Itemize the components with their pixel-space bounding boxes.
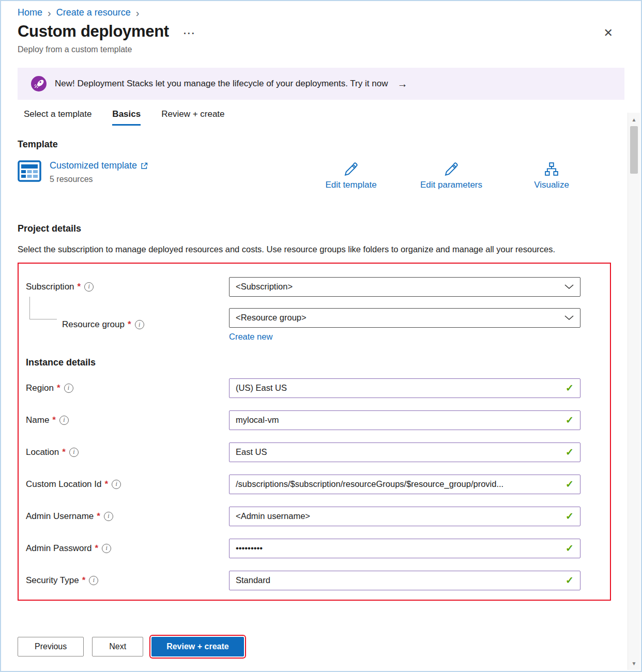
region-value: (US) East US (236, 383, 287, 393)
location-row: Location * i East US ✓ (26, 442, 603, 462)
tree-connector-line (29, 297, 57, 319)
previous-button[interactable]: Previous (18, 637, 84, 656)
edit-template-button[interactable]: Edit template (312, 161, 390, 190)
chevron-down-icon (564, 315, 574, 320)
close-icon[interactable]: ✕ (602, 25, 615, 41)
admin-username-input[interactable]: <Admin username> ✓ (229, 507, 580, 526)
subscription-label: Subscription (26, 282, 74, 292)
edit-template-label: Edit template (325, 180, 376, 190)
template-row: Customized template 5 resources (18, 160, 624, 193)
pencil-icon (444, 161, 459, 177)
instance-details-heading: Instance details (26, 357, 603, 368)
admin-password-row: Admin Password * i ••••••••• ✓ (26, 539, 603, 558)
org-chart-icon (544, 161, 559, 177)
project-details-description: Select the subscription to manage deploy… (18, 242, 565, 256)
breadcrumb-separator-icon: › (136, 7, 140, 18)
info-icon[interactable]: i (59, 416, 69, 425)
vertical-scrollbar[interactable]: ▲ ▼ (628, 113, 640, 670)
breadcrumb-create-resource-link[interactable]: Create a resource (56, 7, 131, 18)
arrow-right-icon[interactable]: → (397, 78, 407, 90)
tab-basics[interactable]: Basics (112, 109, 141, 126)
custom-location-id-input[interactable]: /subscriptions/$subscription/resourceGro… (229, 475, 580, 494)
valid-check-icon: ✓ (565, 446, 574, 458)
resource-group-label: Resource group (62, 319, 125, 330)
resource-group-value: <Resource group> (236, 313, 307, 323)
required-marker: * (78, 282, 81, 292)
rocket-icon (31, 76, 47, 91)
resource-group-dropdown[interactable]: <Resource group> (229, 308, 580, 328)
region-row: Region * i (US) East US ✓ (26, 378, 603, 398)
info-icon[interactable]: i (104, 512, 113, 521)
valid-check-icon: ✓ (565, 414, 574, 426)
admin-password-input[interactable]: ••••••••• ✓ (229, 539, 580, 558)
region-label: Region (26, 383, 54, 393)
pencil-icon (343, 161, 359, 177)
name-input[interactable]: mylocal-vm ✓ (229, 410, 580, 430)
info-icon[interactable]: i (89, 576, 98, 585)
location-label: Location (26, 447, 59, 457)
valid-check-icon: ✓ (565, 542, 574, 554)
info-icon[interactable]: i (69, 448, 79, 457)
page-title: Custom deployment (18, 22, 169, 41)
scrollbar-thumb[interactable] (630, 126, 638, 174)
valid-check-icon: ✓ (565, 510, 574, 522)
required-marker: * (57, 383, 60, 393)
region-input[interactable]: (US) East US ✓ (229, 378, 580, 398)
custom-location-id-label: Custom Location Id (26, 479, 101, 490)
required-marker: * (52, 415, 56, 425)
name-value: mylocal-vm (236, 415, 279, 425)
valid-check-icon: ✓ (565, 478, 574, 490)
info-icon[interactable]: i (102, 544, 111, 553)
banner-message: New! Deployment Stacks let you manage th… (55, 79, 388, 89)
tab-review-create[interactable]: Review + create (161, 109, 224, 126)
subscription-row: Subscription * i <Subscription> (26, 277, 603, 297)
breadcrumb: Home › Create a resource › (18, 1, 624, 18)
name-label: Name (26, 415, 49, 425)
subscription-value: <Subscription> (236, 282, 293, 292)
info-icon[interactable]: i (135, 320, 144, 329)
page-subtitle: Deploy from a custom template (18, 45, 624, 54)
chevron-down-icon (564, 284, 574, 289)
security-type-label: Security Type (26, 575, 79, 586)
required-marker: * (104, 479, 108, 490)
review-create-button[interactable]: Review + create (151, 637, 244, 656)
info-icon[interactable]: i (112, 480, 121, 489)
info-icon[interactable]: i (84, 282, 94, 292)
required-marker: * (62, 447, 66, 457)
visualize-button[interactable]: Visualize (515, 161, 588, 190)
breadcrumb-home-link[interactable]: Home (18, 7, 42, 18)
tab-select-a-template[interactable]: Select a template (24, 109, 91, 126)
customized-template-link[interactable]: Customized template (50, 160, 137, 171)
template-icon (18, 160, 41, 182)
breadcrumb-separator-icon: › (48, 7, 51, 18)
next-button[interactable]: Next (92, 637, 143, 656)
required-marker: * (95, 543, 99, 554)
create-new-link[interactable]: Create new (229, 332, 272, 342)
custom-deployment-page: Home › Create a resource › Custom deploy… (0, 0, 642, 672)
security-type-value: Standard (236, 575, 270, 585)
admin-username-label: Admin Username (26, 511, 94, 522)
location-input[interactable]: East US ✓ (229, 442, 580, 462)
template-section-heading: Template (18, 139, 624, 150)
more-menu-icon[interactable]: ··· (184, 28, 196, 39)
project-details-heading: Project details (18, 223, 624, 234)
name-row: Name * i mylocal-vm ✓ (26, 410, 603, 430)
edit-parameters-button[interactable]: Edit parameters (409, 161, 493, 190)
deployment-stacks-banner[interactable]: New! Deployment Stacks let you manage th… (18, 68, 624, 100)
scroll-up-icon[interactable]: ▲ (628, 114, 640, 125)
subscription-dropdown[interactable]: <Subscription> (229, 277, 580, 297)
scroll-down-icon[interactable]: ▼ (628, 658, 640, 669)
visualize-label: Visualize (534, 180, 569, 190)
valid-check-icon: ✓ (565, 382, 574, 394)
external-link-icon (140, 162, 148, 170)
resource-group-row: Resource group * i <Resource group> Crea… (26, 308, 603, 342)
template-resource-count: 5 resources (50, 175, 148, 184)
admin-username-row: Admin Username * i <Admin username> ✓ (26, 507, 603, 526)
custom-location-id-value: /subscriptions/$subscription/resourceGro… (236, 479, 503, 489)
security-type-input[interactable]: Standard ✓ (229, 571, 580, 590)
info-icon[interactable]: i (64, 384, 73, 393)
required-marker: * (128, 319, 131, 330)
edit-parameters-label: Edit parameters (420, 180, 482, 190)
valid-check-icon: ✓ (565, 574, 574, 586)
admin-password-value: ••••••••• (236, 543, 263, 553)
